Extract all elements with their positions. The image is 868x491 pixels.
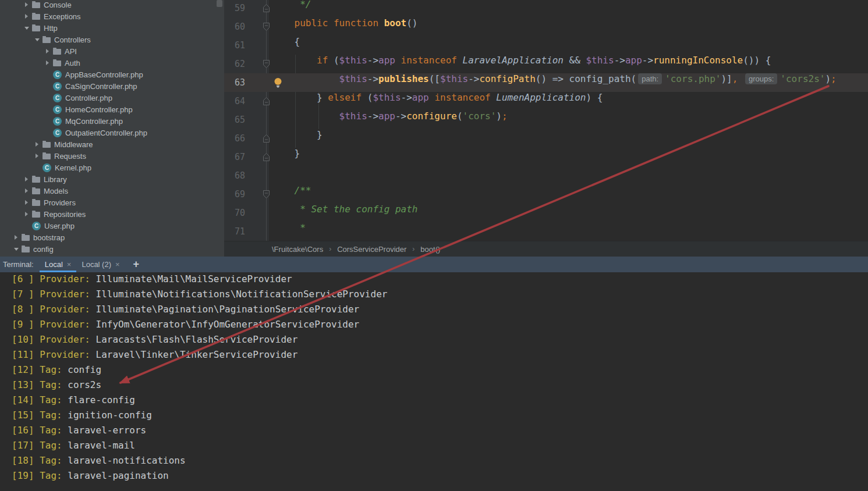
fold-down-icon[interactable] — [263, 59, 270, 69]
terminal-line: [15] Tag: ignition-config — [12, 410, 868, 425]
fold-up-icon[interactable] — [263, 3, 270, 13]
tree-item-outpatientcontroller-php[interactable]: COutpatientController.php — [0, 127, 224, 138]
tree-item-exceptions[interactable]: Exceptions — [0, 10, 224, 22]
tree-item-repositories[interactable]: Repositories — [0, 208, 224, 220]
code-line-63[interactable]: 63 $this->publishes([$this->configPath()… — [224, 73, 868, 92]
code-line-69[interactable]: 69 /** — [224, 185, 868, 204]
line-number: 65 — [224, 111, 245, 129]
tree-item-homecontroller-php[interactable]: CHomeController.php — [0, 104, 224, 115]
code-text: * Set the config path — [272, 204, 417, 215]
tree-item-label: Controllers — [54, 35, 91, 44]
code-line-60[interactable]: 60 public function boot() — [224, 17, 868, 36]
php-class-icon: C — [53, 82, 62, 91]
tab-label: Local (2) — [82, 260, 111, 269]
code-line-64[interactable]: 64 } elseif ($this->app instanceof Lumen… — [224, 92, 868, 111]
tree-item-models[interactable]: Models — [0, 185, 224, 197]
chevron-down-icon[interactable] — [21, 27, 32, 30]
code-line-61[interactable]: 61 { — [224, 36, 868, 55]
fold-up-icon[interactable] — [263, 134, 270, 143]
breadcrumb-package[interactable]: \Fruitcake\Cors — [272, 245, 323, 254]
chevron-right-icon[interactable] — [42, 49, 53, 54]
tree-item-label: Models — [44, 187, 68, 195]
tree-item-kernel-php[interactable]: CKernel.php — [0, 162, 224, 173]
tree-item-mqcontroller-php[interactable]: CMqController.php — [0, 115, 224, 127]
tree-item-label: Exceptions — [44, 12, 81, 21]
tree-item-user-php[interactable]: CUser.php — [0, 220, 224, 232]
editor-pane[interactable]: 59 */60 public function boot()61 {62 if … — [224, 0, 868, 241]
tab-local[interactable]: Local × — [40, 257, 77, 272]
folder-icon — [42, 142, 51, 148]
add-tab-button[interactable]: + — [133, 258, 140, 271]
code-line-66[interactable]: 66 } — [224, 129, 868, 148]
php-class-icon: C — [53, 94, 62, 102]
project-scrollbar-thumb[interactable] — [217, 0, 222, 7]
tree-item-controller-php[interactable]: CController.php — [0, 92, 224, 104]
tree-item-label: Http — [44, 24, 58, 33]
fold-spacer — [263, 208, 270, 218]
editor-lines: 59 */60 public function boot()61 {62 if … — [224, 0, 868, 241]
code-line-62[interactable]: 62 if ($this->app instanceof LaravelAppl… — [224, 55, 868, 73]
close-icon[interactable]: × — [115, 260, 120, 269]
fold-up-icon[interactable] — [263, 97, 270, 106]
fold-down-icon[interactable] — [263, 190, 270, 199]
tree-item-label: User.php — [44, 222, 75, 230]
tree-item-label: Console — [44, 1, 72, 9]
tree-item-bootstrap[interactable]: bootstrap — [0, 232, 224, 243]
tree-item-auth[interactable]: Auth — [0, 57, 224, 69]
tab-local-2[interactable]: Local (2) × — [76, 257, 125, 272]
code-text: } elseif ($this->app instanceof LumenApp… — [272, 92, 603, 103]
tree-item-casigncontroller-php[interactable]: CCaSignController.php — [0, 80, 224, 92]
line-number: 63 — [224, 73, 245, 92]
code-line-68[interactable]: 68 — [224, 166, 868, 185]
tree-item-providers[interactable]: Providers — [0, 197, 224, 208]
project-tree: ConsoleExceptionsHttpControllersAPIAuthC… — [0, 0, 224, 255]
chevron-down-icon[interactable] — [10, 248, 22, 251]
breadcrumb-method[interactable]: boot() — [420, 245, 440, 254]
parameter-hint: groups: — [745, 73, 777, 84]
tree-item-controllers[interactable]: Controllers — [0, 34, 224, 45]
chevron-right-icon[interactable] — [21, 188, 32, 193]
line-number: 59 — [224, 0, 245, 17]
chevron-right-icon[interactable] — [21, 200, 32, 205]
tree-item-console[interactable]: Console — [0, 0, 224, 10]
tree-item-label: Repositories — [44, 210, 86, 219]
fold-spacer — [263, 227, 270, 236]
tree-item-middleware[interactable]: Middleware — [0, 138, 224, 150]
tree-item-api[interactable]: API — [0, 45, 224, 57]
breadcrumb-class[interactable]: CorsServiceProvider — [337, 245, 406, 254]
tree-item-requests[interactable]: Requests — [0, 150, 224, 162]
chevron-right-icon[interactable] — [21, 212, 32, 216]
chevron-right-icon[interactable] — [21, 2, 32, 7]
close-icon[interactable]: × — [67, 260, 72, 269]
tree-item-library[interactable]: Library — [0, 173, 224, 185]
chevron-right-icon[interactable] — [31, 154, 42, 158]
fold-up-icon[interactable] — [263, 152, 270, 162]
code-line-59[interactable]: 59 */ — [224, 0, 868, 17]
folder-icon — [53, 49, 61, 55]
code-text: } — [272, 129, 323, 140]
terminal-line: [13] Tag: cors2s — [12, 379, 868, 394]
tree-item-config[interactable]: config — [0, 243, 224, 255]
terminal-output[interactable]: [6 ] Provider: Illuminate\Mail\MailServi… — [0, 272, 868, 491]
fold-down-icon[interactable] — [263, 22, 270, 31]
tree-item-http[interactable]: Http — [0, 22, 224, 34]
terminal-line: [19] Tag: laravel-pagination — [12, 470, 868, 485]
code-line-65[interactable]: 65 $this->app->configure('cors'); — [224, 111, 868, 129]
terminal-line: [9 ] Provider: InfyOm\Generator\InfyOmGe… — [12, 319, 868, 334]
tree-item-label: HomeController.php — [65, 105, 133, 114]
code-line-70[interactable]: 70 * Set the config path — [224, 204, 868, 222]
chevron-down-icon[interactable] — [31, 38, 42, 41]
breadcrumb-separator-icon: › — [329, 245, 331, 253]
chevron-right-icon[interactable] — [21, 177, 32, 182]
terminal-line: [16] Tag: laravel-errors — [12, 425, 868, 440]
folder-icon — [32, 200, 40, 206]
chevron-right-icon[interactable] — [31, 142, 42, 147]
code-line-71[interactable]: 71 * — [224, 222, 868, 241]
code-line-67[interactable]: 67 } — [224, 148, 868, 166]
php-class-icon: C — [53, 129, 62, 137]
tree-item-label: MqController.php — [65, 117, 123, 126]
chevron-right-icon[interactable] — [42, 61, 53, 65]
tree-item-appbasecontroller-php[interactable]: CAppBaseController.php — [0, 69, 224, 80]
chevron-right-icon[interactable] — [21, 14, 32, 19]
chevron-right-icon[interactable] — [10, 235, 22, 240]
